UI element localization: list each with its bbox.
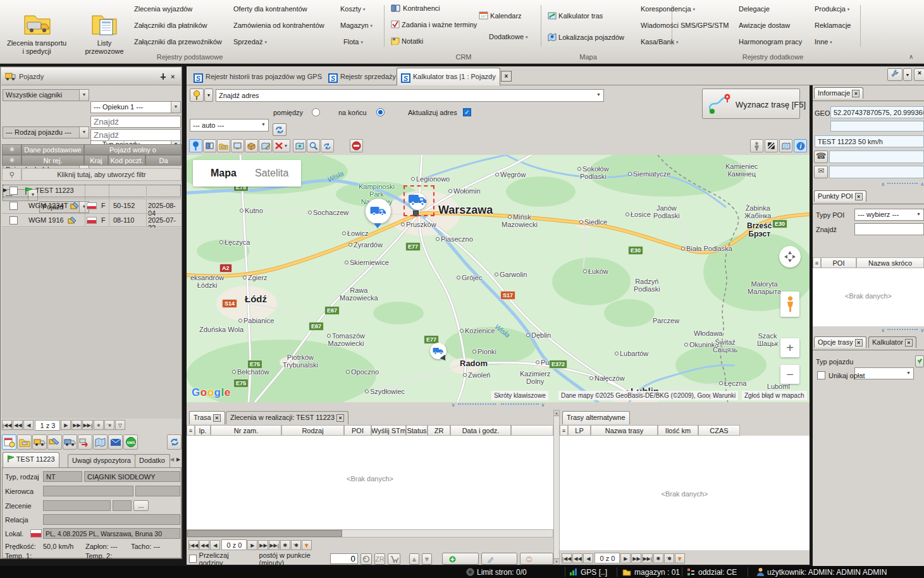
last-page-button[interactable]: ▶▶| bbox=[269, 540, 279, 550]
tab-dodatkowe[interactable]: Dodatko bbox=[135, 454, 170, 467]
vehicle-map-button[interactable] bbox=[93, 434, 108, 450]
tab-rejestr-historii-gps[interactable]: Rejestr historii tras pojazdów wg GPS bbox=[190, 70, 326, 85]
horizontal-splitter[interactable]: ∨∨ bbox=[187, 402, 810, 410]
map-minimap-tool[interactable] bbox=[779, 139, 792, 152]
status-branch[interactable]: oddział: CE bbox=[698, 568, 737, 577]
ribbon-item-korespondencja[interactable]: Korespondencja bbox=[641, 5, 696, 13]
map-draw-tool[interactable] bbox=[259, 139, 272, 152]
column-header-lp[interactable]: lp. bbox=[195, 425, 211, 436]
caretaker-filter-select[interactable]: --- Opiekun 1 ---▼ bbox=[90, 101, 181, 113]
column-header-poi[interactable]: POI bbox=[344, 425, 371, 436]
auto-select[interactable]: --- auto ---▼ bbox=[190, 119, 269, 132]
map-clear-tool[interactable]: ▼ bbox=[273, 139, 290, 152]
geo-secondary-field[interactable] bbox=[830, 121, 924, 132]
prev-page-button[interactable]: ◀ bbox=[210, 540, 220, 550]
row-checkbox[interactable] bbox=[9, 202, 18, 210]
status-gps[interactable]: GPS [..] bbox=[581, 568, 607, 577]
filter-funnel-icon[interactable]: ▼ bbox=[302, 540, 312, 550]
ribbon-item-awizacje[interactable]: Awizacje dostaw bbox=[739, 22, 790, 29]
column-header-zr[interactable]: ZR bbox=[428, 425, 450, 436]
column-header-czas[interactable]: CZAS bbox=[698, 425, 740, 436]
refresh-position-button[interactable] bbox=[273, 123, 286, 136]
ribbon-item-zalaczniki-przewoznikow[interactable]: Załączniki dla przewoźników bbox=[134, 38, 222, 46]
ribbon-item-zadania[interactable]: Zadania i ważne terminy bbox=[391, 20, 477, 28]
map-shortcuts-link[interactable]: Skróty klawiszowe bbox=[491, 391, 548, 400]
avoid-tolls-checkbox[interactable] bbox=[817, 371, 825, 379]
map-terms-link[interactable]: Warunki bbox=[710, 391, 738, 400]
horizontal-scrollbar[interactable] bbox=[187, 529, 553, 538]
tab-kalkulator-tras-active[interactable]: Kalkulator tras |1 : Pojazdy bbox=[397, 68, 500, 86]
table-row[interactable]: WGM 1916 F 08-110 2025-07-22 bbox=[2, 213, 182, 227]
scrollbar-thumb[interactable] bbox=[187, 530, 342, 537]
stop-minutes-input[interactable] bbox=[330, 553, 358, 564]
map-cargo-tool[interactable] bbox=[245, 139, 258, 152]
prev-page-button[interactable]: ◀ bbox=[583, 553, 593, 563]
ribbon-item-zlecenia-wyjazdow[interactable]: Zlecenia wyjazdów bbox=[134, 5, 192, 13]
ribbon-item-produkcja[interactable]: Produkcja bbox=[815, 5, 851, 13]
column-header-ilosc-km[interactable]: Ilość km bbox=[658, 425, 698, 436]
ribbon-item-notatki[interactable]: Notatki bbox=[391, 37, 423, 45]
settings-dropdown-icon[interactable]: ▼ bbox=[903, 68, 912, 81]
phone-icon[interactable]: ☎ bbox=[814, 151, 828, 163]
find-address-combo[interactable]: Znajdź adres▼ bbox=[216, 89, 604, 102]
first-page-button[interactable]: |◀◀ bbox=[188, 540, 199, 550]
first-page-button[interactable]: |◀◀ bbox=[2, 420, 12, 430]
tab-scroll-right-icon[interactable]: ▶ bbox=[176, 457, 180, 462]
first-page-button[interactable]: |◀◀ bbox=[562, 553, 572, 563]
grid-header-data[interactable]: Da bbox=[145, 155, 182, 166]
poi-types-select[interactable]: --- wybierz ---▼ bbox=[854, 209, 924, 221]
email-button[interactable] bbox=[108, 434, 123, 450]
new-button[interactable]: Nowy bbox=[442, 553, 479, 565]
last-page-button[interactable]: ▶▶| bbox=[82, 420, 92, 430]
scroll-down-icon[interactable]: ▼ bbox=[554, 558, 559, 564]
prev-group-button[interactable]: ◀◀ bbox=[199, 540, 209, 550]
chevron-down-icon[interactable]: ▼ bbox=[79, 90, 89, 101]
map-report-error-link[interactable]: Zgłoś błąd w mapach bbox=[742, 391, 807, 400]
refresh-button[interactable] bbox=[167, 434, 182, 450]
close-icon[interactable]: × bbox=[855, 339, 863, 347]
map-show-route-tool[interactable] bbox=[293, 139, 306, 152]
map-pin-tool[interactable] bbox=[189, 139, 202, 152]
between-radio[interactable] bbox=[312, 108, 320, 116]
ribbon-item-kalendarz[interactable]: Kalendarz bbox=[479, 11, 522, 20]
tab-trasa[interactable]: Trasa × bbox=[189, 411, 225, 424]
row-checkbox[interactable] bbox=[9, 216, 18, 224]
delete-button[interactable]: Usuń bbox=[520, 553, 553, 565]
bookmark-icon[interactable]: ∗ bbox=[94, 420, 104, 430]
column-header-nazwa-skrocona[interactable]: Nazwa skróco bbox=[856, 257, 924, 268]
vertical-scrollbar[interactable]: ▲ ▼ bbox=[553, 410, 560, 565]
close-icon[interactable]: × bbox=[852, 90, 859, 97]
settings-wrench-button[interactable] bbox=[887, 68, 902, 81]
tab-scroll-left-icon[interactable]: ◀ bbox=[170, 457, 174, 462]
next-group-button[interactable]: ▶▶ bbox=[258, 540, 268, 550]
tractor-filter-select[interactable]: Wszystkie ciągniki▼ bbox=[3, 89, 89, 101]
grid-header-dane-podstawowe[interactable]: Dane podstawowe bbox=[22, 144, 84, 155]
planning-calendar-button[interactable] bbox=[2, 434, 16, 450]
map-zoom-selection-tool[interactable] bbox=[307, 139, 320, 152]
map-contacts-tool[interactable] bbox=[203, 139, 216, 152]
bookmark-alt-icon[interactable]: '✱ bbox=[291, 540, 301, 550]
row-checkbox[interactable] bbox=[9, 187, 18, 195]
chevron-down-icon[interactable]: ▼ bbox=[171, 102, 180, 113]
ribbon-item-inne[interactable]: Inne bbox=[815, 38, 833, 46]
vehicle-cluster-marker[interactable] bbox=[366, 199, 391, 224]
ribbon-item-koszty[interactable]: Koszty bbox=[340, 5, 366, 13]
vehicle-kind-filter-select[interactable]: --- Rodzaj pojazdu ---▼ bbox=[3, 126, 89, 138]
column-header-data-godz[interactable]: Data i godz. bbox=[450, 425, 511, 436]
map-type-satelita[interactable]: Satelita bbox=[255, 168, 288, 179]
column-header-poi[interactable]: POI bbox=[821, 257, 856, 268]
grid-header-kraj[interactable]: Kraj bbox=[84, 155, 108, 166]
bookmark-icon[interactable]: ✱ bbox=[280, 540, 290, 550]
chevron-down-icon[interactable]: ▼ bbox=[594, 90, 603, 101]
address-pin-button[interactable] bbox=[190, 89, 204, 102]
next-page-button[interactable]: ▶ bbox=[247, 540, 257, 550]
column-header-lp[interactable]: LP bbox=[568, 425, 591, 436]
tab-informacje[interactable]: Informacje × bbox=[814, 87, 863, 99]
ribbon-item-zamowienia[interactable]: Zamówienia od kontrahentów bbox=[233, 22, 324, 29]
calculate-route-button[interactable]: Wyznacz trasę [F5] bbox=[702, 89, 800, 119]
map-type-mapa[interactable]: Mapa bbox=[211, 168, 237, 179]
tab-trasy-alternatywne[interactable]: Trasy alternatywne bbox=[562, 411, 630, 424]
prev-page-button[interactable]: ◀ bbox=[23, 420, 34, 430]
zr-button[interactable]: ZR bbox=[374, 553, 386, 565]
map-refresh-tool[interactable] bbox=[321, 139, 334, 152]
